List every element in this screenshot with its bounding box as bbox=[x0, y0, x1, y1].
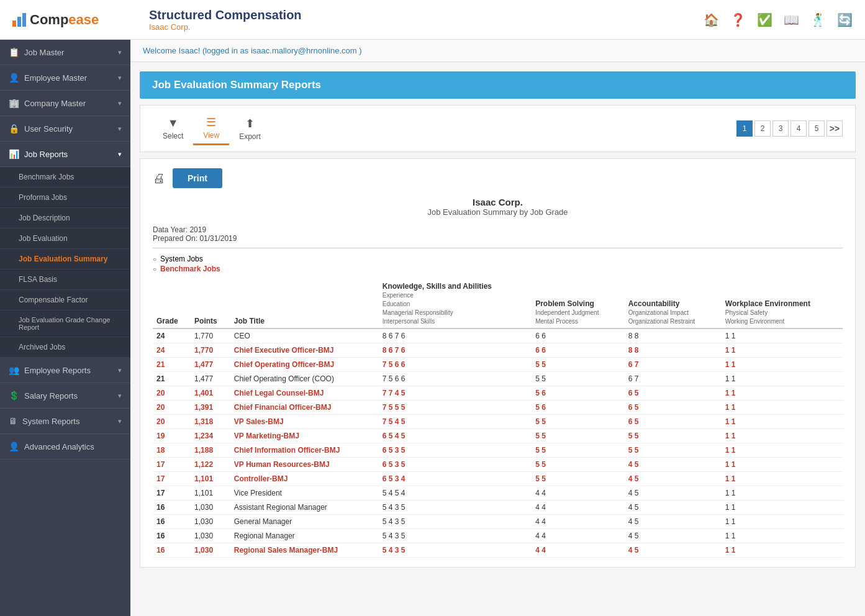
cell-wp: 1 1 bbox=[722, 372, 843, 386]
cell-wp: 1 1 bbox=[722, 343, 843, 358]
table-row: 17 1,101 Controller-BMJ 6 5 3 4 5 5 4 5 … bbox=[153, 472, 843, 486]
chevron-down-icon: ▾ bbox=[118, 366, 122, 374]
job-reports-submenu: Benchmark Jobs Proforma Jobs Job Descrip… bbox=[0, 167, 130, 358]
page-5-button[interactable]: 5 bbox=[808, 120, 825, 137]
cell-wp: 1 1 bbox=[722, 358, 843, 372]
cell-grade: 24 bbox=[153, 328, 191, 343]
sidebar-label-advanced-analytics: Advanced Analytics bbox=[24, 442, 94, 451]
cell-title: Regional Manager bbox=[230, 529, 379, 543]
sidebar-item-system-reports[interactable]: 🖥System Reports ▾ bbox=[0, 409, 130, 434]
sidebar-sub-job-description[interactable]: Job Description bbox=[0, 208, 130, 229]
print-icon-button[interactable]: 🖨 bbox=[153, 171, 165, 186]
content-area: Welcome Isaac! (logged in as isaac.mallo… bbox=[130, 40, 865, 616]
legend: ○ System Jobs ○ Benchmark Jobs bbox=[153, 255, 843, 273]
view-button[interactable]: ☰ View bbox=[193, 112, 229, 145]
cell-title: VP Sales-BMJ bbox=[230, 415, 379, 429]
print-button[interactable]: Print bbox=[173, 168, 222, 188]
cell-title: Chief Operating Officer-BMJ bbox=[230, 358, 379, 372]
cell-title: Chief Legal Counsel-BMJ bbox=[230, 386, 379, 401]
cell-points: 1,770 bbox=[191, 328, 230, 343]
cell-acc: 4 5 bbox=[625, 472, 722, 486]
cell-ksa: 7 7 4 5 bbox=[379, 386, 532, 401]
home-icon[interactable]: 🏠 bbox=[704, 12, 719, 27]
sidebar-item-company-master[interactable]: 🏢Company Master ▾ bbox=[0, 91, 130, 116]
wp-sub-header: Physical SafetyWorking Environment bbox=[725, 309, 784, 325]
cell-title: Chief Information Officer-BMJ bbox=[230, 443, 379, 458]
cell-ps: 5 5 bbox=[532, 358, 625, 372]
user-icon[interactable]: 🕺 bbox=[810, 12, 826, 27]
sidebar-item-job-reports[interactable]: 📊Job Reports ▾ bbox=[0, 142, 130, 167]
spellcheck-icon[interactable]: ✅ bbox=[757, 12, 772, 27]
cell-acc: 8 8 bbox=[625, 328, 722, 343]
cell-title: Chief Operating Officer (COO) bbox=[230, 372, 379, 386]
cell-ps: 5 5 bbox=[532, 415, 625, 429]
cell-wp: 1 1 bbox=[722, 472, 843, 486]
cell-acc: 6 5 bbox=[625, 415, 722, 429]
sidebar-item-advanced-analytics[interactable]: 👤Advanced Analytics bbox=[0, 434, 130, 460]
next-page-button[interactable]: >> bbox=[827, 120, 843, 137]
ksa-sub-header: ExperienceEducationManagerial Responsibi… bbox=[383, 292, 453, 325]
cell-grade: 16 bbox=[153, 515, 191, 529]
legend-benchmark-jobs: ○ Benchmark Jobs bbox=[153, 265, 843, 273]
cell-grade: 16 bbox=[153, 500, 191, 515]
cell-grade: 17 bbox=[153, 472, 191, 486]
sidebar-sub-flsa-basis[interactable]: FLSA Basis bbox=[0, 270, 130, 290]
sidebar-sub-grade-change-report[interactable]: Job Evaluation Grade Change Report bbox=[0, 310, 130, 337]
view-icon: ☰ bbox=[206, 116, 216, 129]
sidebar-sub-job-evaluation[interactable]: Job Evaluation bbox=[0, 229, 130, 249]
sidebar-item-employee-master[interactable]: 👤Employee Master ▾ bbox=[0, 65, 130, 91]
page-1-button[interactable]: 1 bbox=[736, 120, 753, 137]
sidebar-sub-compensable-factor[interactable]: Compensable Factor bbox=[0, 290, 130, 310]
sidebar-item-salary-reports[interactable]: 💲Salary Reports ▾ bbox=[0, 383, 130, 409]
report-subtitle: Job Evaluation Summary by Job Grade bbox=[153, 207, 843, 217]
cell-acc: 4 5 bbox=[625, 500, 722, 515]
sidebar-item-job-master[interactable]: 📋Job Master ▾ bbox=[0, 40, 130, 65]
sidebar-sub-archived-jobs[interactable]: Archived Jobs bbox=[0, 337, 130, 358]
ps-sub-header: Independent JudgmentMental Process bbox=[535, 309, 599, 325]
cell-ksa: 7 5 6 6 bbox=[379, 358, 532, 372]
chevron-down-icon: ▾ bbox=[118, 48, 122, 57]
data-year: Data Year: 2019 bbox=[153, 225, 843, 234]
export-icon: ⬆ bbox=[245, 117, 255, 130]
cell-points: 1,318 bbox=[191, 415, 230, 429]
cell-ksa: 5 4 5 4 bbox=[379, 486, 532, 500]
help-icon[interactable]: ❓ bbox=[730, 12, 746, 27]
table-row: 21 1,477 Chief Operating Officer-BMJ 7 5… bbox=[153, 358, 843, 372]
cell-wp: 1 1 bbox=[722, 328, 843, 343]
sidebar-item-user-security[interactable]: 🔒User Security ▾ bbox=[0, 116, 130, 142]
sidebar-sub-proforma-jobs[interactable]: Proforma Jobs bbox=[0, 188, 130, 208]
prepared-on: Prepared On: 01/31/2019 bbox=[153, 234, 843, 243]
export-label: Export bbox=[239, 132, 261, 141]
cell-ps: 6 6 bbox=[532, 343, 625, 358]
page-4-button[interactable]: 4 bbox=[790, 120, 807, 137]
export-button[interactable]: ⬆ Export bbox=[229, 113, 271, 145]
cell-ps: 5 6 bbox=[532, 401, 625, 415]
sidebar-sub-job-evaluation-summary[interactable]: Job Evaluation Summary bbox=[0, 249, 130, 270]
select-button[interactable]: ▼ Select bbox=[153, 113, 193, 144]
col-accountability: Accountability Organizational ImpactOrga… bbox=[625, 279, 722, 328]
cell-wp: 1 1 bbox=[722, 429, 843, 443]
welcome-text: Welcome Isaac! bbox=[143, 46, 200, 55]
sidebar-sub-benchmark-jobs[interactable]: Benchmark Jobs bbox=[0, 167, 130, 188]
cell-ps: 5 5 bbox=[532, 372, 625, 386]
sidebar-label-salary-reports: Salary Reports bbox=[24, 391, 78, 401]
page-3-button[interactable]: 3 bbox=[772, 120, 789, 137]
cell-ksa: 7 5 6 6 bbox=[379, 372, 532, 386]
cell-ps: 5 6 bbox=[532, 386, 625, 401]
cell-title: General Manager bbox=[230, 515, 379, 529]
cell-ksa: 5 4 3 5 bbox=[379, 500, 532, 515]
sidebar-label-user-security: User Security bbox=[24, 124, 73, 134]
report-icon[interactable]: 📖 bbox=[784, 12, 799, 27]
table-row: 20 1,401 Chief Legal Counsel-BMJ 7 7 4 5… bbox=[153, 386, 843, 401]
page-2-button[interactable]: 2 bbox=[754, 120, 771, 137]
cell-points: 1,030 bbox=[191, 515, 230, 529]
cell-wp: 1 1 bbox=[722, 515, 843, 529]
sidebar-item-employee-reports[interactable]: 👥Employee Reports ▾ bbox=[0, 358, 130, 383]
sidebar-label-job-reports: Job Reports bbox=[24, 150, 68, 159]
cell-points: 1,401 bbox=[191, 386, 230, 401]
cell-ps: 4 4 bbox=[532, 486, 625, 500]
col-problem-solving: Problem Solving Independent JudgmentMent… bbox=[532, 279, 625, 328]
cell-wp: 1 1 bbox=[722, 386, 843, 401]
refresh-icon[interactable]: 🔄 bbox=[837, 12, 853, 27]
cell-ps: 5 5 bbox=[532, 429, 625, 443]
